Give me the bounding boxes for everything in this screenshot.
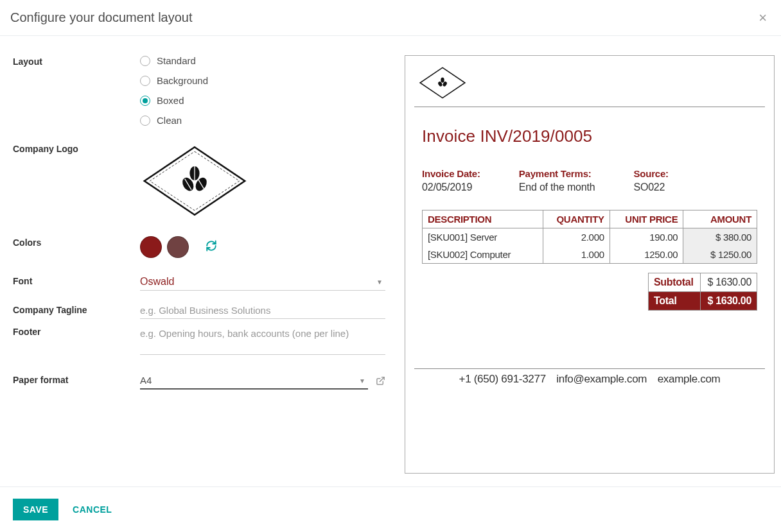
- coffee-beans-diamond-icon: [418, 65, 467, 101]
- layout-label: Layout: [13, 55, 134, 67]
- table-row: [SKU002] Computer 1.000 1250.00 $ 1250.0…: [423, 246, 757, 264]
- radio-standard[interactable]: Standard: [140, 55, 385, 66]
- invoice-title: Invoice INV/2019/0005: [422, 126, 765, 146]
- meta-label: Invoice Date:: [422, 168, 480, 179]
- logo-row: Company Logo: [13, 142, 385, 219]
- tagline-input[interactable]: [140, 304, 385, 319]
- meta-date: Invoice Date: 02/05/2019: [422, 168, 480, 193]
- cell-desc: [SKU001] Server: [423, 228, 543, 246]
- total-row: Total $ 1630.00: [649, 292, 757, 311]
- cancel-button[interactable]: CANCEL: [73, 504, 112, 515]
- font-label: Font: [13, 275, 134, 286]
- paper-row: Paper format A4 ▼: [13, 373, 385, 390]
- modal-body: Layout Standard Background Boxed: [0, 36, 781, 486]
- radio-circle-icon: [140, 76, 150, 86]
- color-swatch-primary[interactable]: [140, 236, 162, 258]
- footer-label: Footer: [13, 325, 134, 337]
- layout-row: Layout Standard Background Boxed: [13, 55, 385, 126]
- total-label: Total: [649, 292, 701, 311]
- th-unit-price: UNIT PRICE: [610, 210, 683, 228]
- subtotal-row: Subtotal $ 1630.00: [649, 273, 757, 292]
- modal-title: Configure your document layout: [10, 10, 193, 25]
- colors-control: [140, 236, 385, 258]
- th-amount: AMOUNT: [683, 210, 757, 228]
- svg-line-5: [380, 377, 384, 381]
- footer-site: example.com: [658, 373, 721, 385]
- radio-label: Standard: [157, 55, 196, 66]
- cell-unit: 1250.00: [610, 246, 683, 264]
- th-quantity: QUANTITY: [543, 210, 610, 228]
- color-swatch-secondary[interactable]: [167, 236, 189, 258]
- svg-point-9: [441, 78, 444, 83]
- form-column: Layout Standard Background Boxed: [13, 55, 385, 474]
- meta-label: Payment Terms:: [519, 168, 595, 179]
- svg-marker-6: [420, 67, 465, 98]
- invoice-preview: Invoice INV/2019/0005 Invoice Date: 02/0…: [405, 55, 775, 474]
- colors-label: Colors: [13, 236, 134, 248]
- close-icon[interactable]: ×: [755, 11, 771, 25]
- radio-boxed[interactable]: Boxed: [140, 95, 385, 106]
- font-select[interactable]: Oswald: [140, 275, 385, 291]
- th-description: DESCRIPTION: [423, 210, 543, 228]
- tagline-label: Company Tagline: [13, 304, 134, 315]
- logo-label: Company Logo: [13, 142, 134, 154]
- tagline-row: Company Tagline: [13, 304, 385, 319]
- preview-column: Invoice INV/2019/0005 Invoice Date: 02/0…: [405, 55, 775, 474]
- coffee-beans-diamond-icon: [140, 142, 249, 219]
- colors-row: Colors: [13, 236, 385, 258]
- modal-footer: SAVE CANCEL: [0, 486, 781, 532]
- invoice-meta: Invoice Date: 02/05/2019 Payment Terms: …: [422, 168, 765, 193]
- modal-header: Configure your document layout ×: [0, 0, 781, 35]
- preview-footer: +1 (650) 691-3277 info@example.com examp…: [414, 369, 765, 386]
- footer-phone: +1 (650) 691-3277: [459, 373, 546, 385]
- font-row: Font Oswald ▼: [13, 275, 385, 291]
- meta-value: SO022: [633, 182, 668, 193]
- cell-amount: $ 380.00: [683, 228, 757, 246]
- external-link-icon[interactable]: [376, 376, 385, 388]
- paper-label: Paper format: [13, 373, 134, 385]
- radio-circle-icon: [140, 56, 150, 66]
- paper-wrap: A4 ▼: [140, 373, 385, 390]
- footer-email: info@example.com: [556, 373, 647, 385]
- meta-terms: Payment Terms: End of the month: [519, 168, 595, 193]
- subtotal-value: $ 1630.00: [700, 273, 757, 292]
- subtotal-label: Subtotal: [649, 273, 701, 292]
- cell-unit: 190.00: [610, 228, 683, 246]
- radio-clean[interactable]: Clean: [140, 115, 385, 126]
- font-select-wrap: Oswald ▼: [140, 275, 385, 291]
- footer-wrap: [140, 325, 385, 357]
- cell-qty: 1.000: [543, 246, 610, 264]
- footer-input[interactable]: [140, 325, 385, 355]
- radio-label: Clean: [157, 115, 182, 126]
- radio-circle-icon: [140, 96, 150, 106]
- totals-table: Subtotal $ 1630.00 Total $ 1630.00: [648, 273, 757, 311]
- meta-value: End of the month: [519, 182, 595, 193]
- invoice-table: DESCRIPTION QUANTITY UNIT PRICE AMOUNT […: [422, 210, 757, 264]
- footer-row: Footer: [13, 325, 385, 357]
- refresh-colors-icon[interactable]: [206, 240, 217, 255]
- preview-logo: [418, 65, 765, 103]
- meta-label: Source:: [633, 168, 668, 179]
- cell-desc: [SKU002] Computer: [423, 246, 543, 264]
- table-row: [SKU001] Server 2.000 190.00 $ 380.00: [423, 228, 757, 246]
- paper-format-select[interactable]: A4: [140, 373, 368, 390]
- company-logo[interactable]: [140, 142, 385, 219]
- preview-divider: [414, 107, 765, 107]
- total-value: $ 1630.00: [700, 292, 757, 311]
- save-button[interactable]: SAVE: [13, 499, 58, 520]
- radio-circle-icon: [140, 116, 150, 126]
- radio-background[interactable]: Background: [140, 75, 385, 86]
- meta-value: 02/05/2019: [422, 182, 480, 193]
- meta-source: Source: SO022: [633, 168, 668, 193]
- configure-document-layout-modal: Configure your document layout × Layout …: [0, 0, 781, 532]
- layout-radio-group: Standard Background Boxed Clean: [140, 55, 385, 126]
- cell-qty: 2.000: [543, 228, 610, 246]
- radio-label: Background: [157, 75, 208, 86]
- tagline-wrap: [140, 304, 385, 319]
- svg-marker-0: [145, 147, 245, 214]
- cell-amount: $ 1250.00: [683, 246, 757, 264]
- radio-label: Boxed: [157, 95, 184, 106]
